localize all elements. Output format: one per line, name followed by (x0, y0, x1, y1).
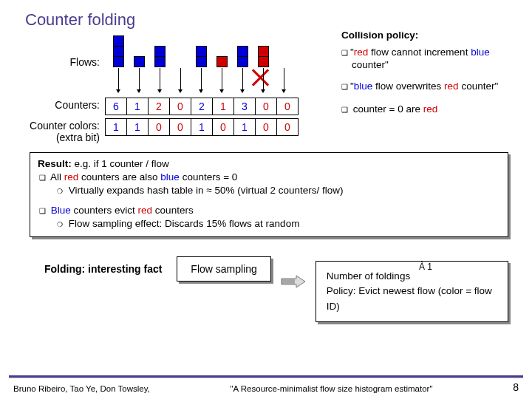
arrow-down (284, 68, 284, 90)
arrow-down (222, 68, 222, 90)
footer: Bruno Ribeiro, Tao Ye, Don Towsley, "A R… (0, 381, 532, 393)
arrow-down (242, 68, 243, 90)
counter-cell: 0 (169, 98, 191, 115)
a1-annotation: À 1 (419, 260, 432, 273)
colors-row: 110010100 (106, 118, 299, 136)
flow-square (113, 35, 124, 47)
color-cell: 1 (191, 118, 213, 136)
color-cell: 1 (126, 118, 149, 136)
color-cell: 0 (212, 118, 234, 136)
counters-label: Counters: (15, 98, 106, 111)
counters-row: 612021300 (106, 98, 299, 115)
footer-authors: Bruno Ribeiro, Tao Ye, Don Towsley, (13, 384, 150, 393)
counter-cell: 1 (126, 98, 149, 115)
counter-cell: 2 (148, 98, 170, 115)
counter-cell: 0 (276, 98, 299, 115)
counter-cell: 1 (212, 98, 234, 115)
counter-cell: 0 (255, 98, 277, 115)
flow-square (258, 46, 269, 57)
flow-sampling-box: Flow sampling (177, 256, 270, 282)
color-cell: 0 (276, 118, 299, 136)
fact-right-box: À 1 Number of foldings Policy: Evict new… (316, 261, 508, 322)
counter-cell: 3 (233, 98, 256, 115)
color-cell: 0 (169, 118, 191, 136)
flow-diagram (106, 35, 327, 77)
counter-cell: 2 (191, 98, 213, 115)
page-number: 8 (513, 381, 519, 393)
flow-square (196, 46, 207, 57)
flow-square (196, 56, 207, 67)
fact-section: Folding: interesting fact Flow sampling … (44, 250, 508, 322)
flow-square (154, 46, 166, 57)
flows-label: Flows: (15, 35, 106, 68)
flow-square (237, 46, 248, 57)
arrow-down (263, 68, 264, 90)
arrow-down (201, 68, 202, 90)
fact-title: Folding: interesting fact (44, 263, 162, 275)
flow-square (216, 56, 228, 67)
collision-heading: Collision policy: (341, 30, 519, 42)
content-area: Collision policy: "red flow cannot incre… (0, 30, 532, 322)
rule-2: "blue flow overwrites red counter" (341, 81, 519, 93)
slide-title: Counter folding (0, 0, 532, 30)
result-box: Result: e.g. if 1 counter / flow All red… (30, 152, 508, 237)
rule-3: counter = 0 are red (341, 103, 519, 116)
flow-square (134, 56, 145, 67)
footer-bar (9, 375, 523, 378)
rule-1: "red flow cannot increment blue counter" (341, 47, 519, 72)
flow-square (113, 56, 124, 67)
arrow-down (118, 68, 119, 90)
colors-label: Counter colors: (extra bit) (15, 118, 106, 143)
arrow-down (160, 68, 160, 90)
color-cell: 1 (105, 118, 127, 136)
flow-square (113, 46, 124, 57)
flow-square (258, 56, 269, 67)
flow-square (154, 56, 166, 67)
color-cell: 0 (255, 118, 277, 136)
arrow-down (180, 68, 181, 90)
arrow-down (139, 68, 140, 90)
arrow-icon (280, 274, 307, 287)
counter-cell: 6 (105, 98, 127, 115)
cross-mark (250, 68, 270, 87)
color-cell: 0 (148, 118, 170, 136)
color-cell: 1 (233, 118, 256, 136)
collision-policy: Collision policy: "red flow cannot incre… (341, 30, 519, 120)
flow-square (237, 56, 248, 67)
footer-paper: "A Resource-minimalist flow size histogr… (230, 384, 432, 393)
